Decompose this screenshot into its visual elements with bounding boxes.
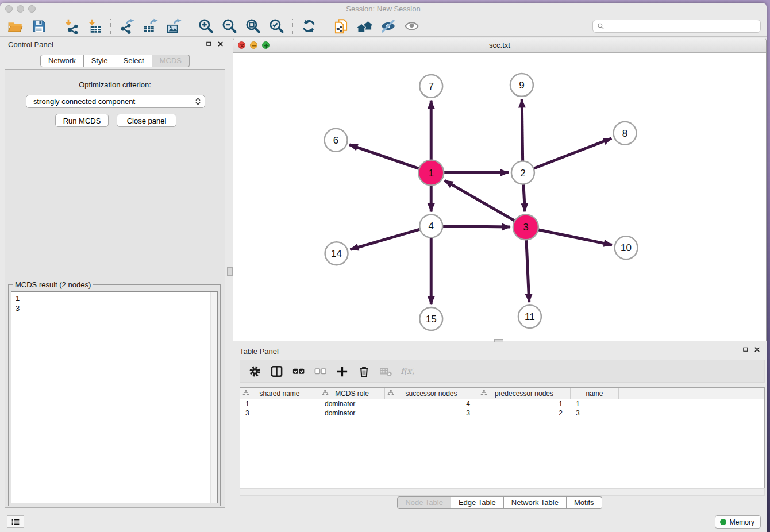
function-builder-icon: f(x) (401, 365, 414, 378)
network-zoom-icon[interactable] (262, 41, 270, 49)
close-panel-icon[interactable] (754, 346, 760, 353)
hide-selected-icon (380, 18, 396, 34)
table-cell[interactable]: 1 (240, 400, 319, 408)
network-graph: 7968124314101511 (233, 52, 766, 341)
graph-edge-3-1[interactable] (445, 180, 517, 222)
graph-edge-4-14[interactable] (351, 229, 422, 249)
optimization-label: Optimization criterion: (5, 70, 225, 89)
column-label: name (586, 390, 603, 398)
result-scrollbar[interactable] (210, 292, 217, 503)
graph-edge-2-9[interactable] (522, 99, 522, 164)
tab-edge-table[interactable]: Edge Table (451, 496, 504, 509)
graph-node-6[interactable]: 6 (325, 129, 348, 152)
table-cell[interactable]: 2 (478, 409, 571, 417)
graph-node-14[interactable]: 14 (325, 242, 348, 265)
tab-style[interactable]: Style (84, 55, 116, 67)
table-row[interactable]: 1dominator411 (240, 399, 764, 408)
network-close-icon[interactable] (238, 41, 245, 49)
zoom-window-icon[interactable] (28, 5, 36, 13)
column-header-name[interactable]: name (571, 388, 619, 399)
graph-node-9[interactable]: 9 (510, 74, 533, 97)
import-network-button[interactable] (59, 18, 83, 35)
float-panel-icon[interactable] (742, 346, 749, 353)
graph-node-11[interactable]: 11 (518, 305, 541, 328)
float-panel-icon[interactable] (206, 41, 212, 47)
search-input[interactable] (607, 22, 756, 31)
close-panel-button[interactable]: Close panel (117, 114, 176, 127)
settings-gear-button[interactable] (244, 362, 265, 380)
table-cell[interactable]: dominator (319, 400, 385, 408)
zoom-fit-button[interactable] (241, 18, 265, 35)
control-panel-tabs: NetworkStyleSelectMCDS (0, 55, 230, 67)
zoom-selected-button[interactable] (265, 18, 288, 35)
tab-mcds[interactable]: MCDS (152, 55, 190, 67)
zoom-out-button[interactable] (218, 18, 241, 35)
deselect-all-button[interactable] (309, 362, 331, 380)
clone-network-button[interactable] (329, 18, 353, 35)
tab-network[interactable]: Network (40, 55, 84, 67)
table-cell[interactable]: 3 (571, 409, 619, 417)
show-all-button[interactable] (400, 18, 424, 35)
table-cell[interactable]: 1 (571, 400, 619, 408)
table-cell[interactable]: 3 (240, 409, 319, 417)
close-panel-icon[interactable] (217, 41, 224, 47)
graph-node-2[interactable]: 2 (511, 161, 534, 184)
table-cell[interactable]: 1 (478, 400, 571, 408)
delete-row-button[interactable] (353, 362, 375, 380)
hide-selected-button[interactable] (376, 18, 400, 35)
zoom-in-button[interactable] (194, 18, 218, 35)
add-row-button[interactable] (331, 362, 353, 380)
automation-panel-button[interactable] (7, 515, 24, 528)
network-canvas[interactable]: 7968124314101511 (233, 52, 766, 341)
column-header-successor-nodes[interactable]: successor nodes (385, 388, 478, 399)
table-row[interactable]: 3dominator323 (240, 408, 764, 418)
column-header-shared-name[interactable]: shared name (240, 388, 319, 399)
table-horizontal-scrollbar[interactable] (240, 488, 765, 496)
graph-node-10[interactable]: 10 (615, 236, 638, 259)
graph-node-15[interactable]: 15 (419, 307, 442, 330)
tab-network-table[interactable]: Network Table (504, 496, 567, 509)
column-header-MCDS-role[interactable]: MCDS role (319, 388, 385, 399)
column-header-predecessor-nodes[interactable]: predecessor nodes (478, 388, 571, 399)
first-neighbors-button[interactable] (353, 18, 376, 35)
graph-edge-2-8[interactable] (532, 138, 612, 169)
table-cell[interactable]: 3 (385, 409, 478, 417)
search-box[interactable] (592, 20, 761, 33)
export-table-button[interactable] (138, 18, 162, 35)
open-session-button[interactable] (3, 18, 27, 35)
tab-motifs[interactable]: Motifs (567, 496, 602, 509)
network-view-titlebar[interactable]: scc.txt (233, 38, 766, 53)
graph-edge-4-3[interactable] (440, 226, 510, 227)
network-minimize-icon[interactable] (250, 41, 257, 49)
toggle-column-button[interactable] (265, 362, 287, 380)
tab-select[interactable]: Select (116, 55, 152, 67)
save-session-button[interactable] (27, 18, 51, 35)
graph-node-3[interactable]: 3 (513, 214, 538, 240)
minimize-window-icon[interactable] (17, 5, 24, 13)
vertical-splitter-handle[interactable] (227, 267, 233, 276)
toolbar-divider (190, 19, 190, 34)
graph-node-label: 15 (426, 314, 437, 325)
tab-node-table[interactable]: Node Table (397, 496, 451, 509)
select-all-button[interactable] (287, 362, 309, 380)
mcds-result-text[interactable]: 13 (11, 291, 218, 503)
graph-node-8[interactable]: 8 (614, 122, 637, 145)
table-cell[interactable]: dominator (319, 409, 385, 417)
export-image-button[interactable] (162, 18, 186, 35)
memory-button[interactable]: Memory (715, 515, 761, 529)
close-window-icon[interactable] (5, 5, 13, 13)
import-table-button[interactable] (83, 18, 106, 35)
graph-node-7[interactable]: 7 (419, 75, 442, 98)
graph-edge-3-11[interactable] (526, 237, 529, 302)
table-cell[interactable]: 4 (385, 400, 478, 408)
run-mcds-button[interactable]: Run MCDS (55, 114, 109, 127)
export-network-button[interactable] (115, 18, 138, 35)
toolbar-divider (55, 19, 55, 34)
graph-node-4[interactable]: 4 (419, 214, 442, 237)
graph-edge-2-3[interactable] (523, 182, 525, 212)
graph-edge-1-6[interactable] (349, 145, 421, 169)
apply-layout-button[interactable] (297, 18, 321, 35)
graph-node-1[interactable]: 1 (418, 160, 444, 186)
criterion-select[interactable]: strongly connected component (26, 95, 205, 108)
graph-edge-3-10[interactable] (536, 229, 612, 245)
